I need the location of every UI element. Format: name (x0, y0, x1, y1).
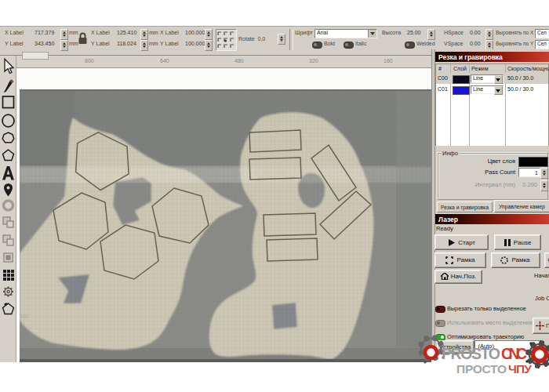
svg-text:ПРОСТО: ПРОСТО (456, 362, 507, 376)
svg-text:PROSTO: PROSTO (442, 345, 500, 362)
svg-text:ЧПУ: ЧПУ (508, 362, 532, 376)
svg-text:480: 480 (20, 314, 29, 319)
svg-text:CNC: CNC (501, 345, 527, 362)
